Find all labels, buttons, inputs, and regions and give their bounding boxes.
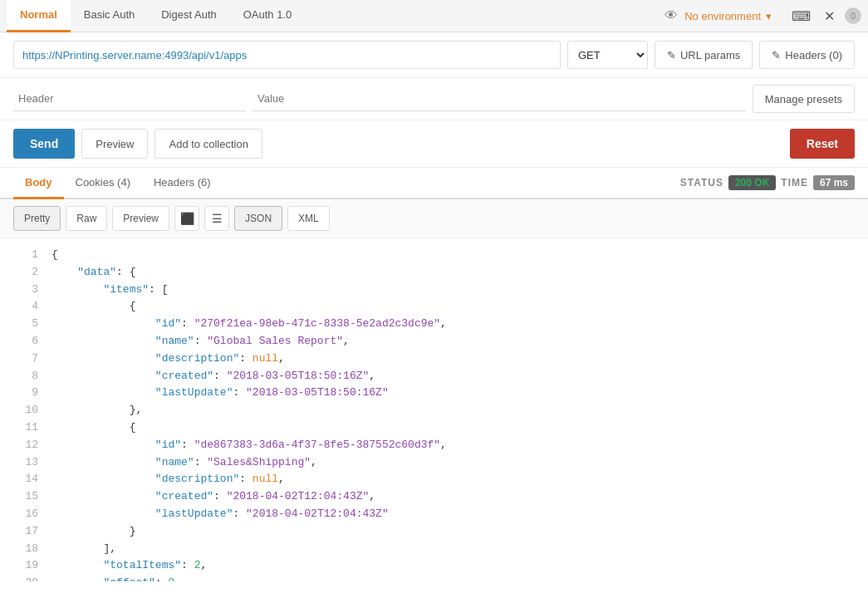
format-bar: Pretty Raw Preview ⬛ ☰ JSON XML — [0, 199, 868, 238]
status-label: STATUS — [680, 177, 723, 189]
json-line: 18 ], — [13, 541, 855, 558]
tab-cookies[interactable]: Cookies (4) — [64, 168, 142, 199]
json-line: 5 "id": "270f21ea-98eb-471c-8338-5e2ad2c… — [13, 316, 855, 333]
json-line: 1{ — [13, 247, 855, 264]
env-label: No environment — [684, 10, 761, 22]
preview-format-button[interactable]: Preview — [112, 206, 169, 231]
json-line: 2 "data": { — [13, 264, 855, 282]
settings-icon[interactable]: ✕ — [821, 7, 838, 26]
json-button[interactable]: JSON — [234, 206, 282, 231]
eye-icon: 👁 — [664, 8, 678, 23]
top-nav: Normal Basic Auth Digest Auth OAuth 1.0 … — [0, 0, 868, 32]
json-line: 6 "name": "Global Sales Report", — [13, 333, 855, 350]
json-line: 7 "description": null, — [13, 350, 855, 368]
keyboard-icon[interactable]: ⌨ — [788, 7, 814, 26]
response-tabs: Body Cookies (4) Headers (6) STATUS 200 … — [0, 168, 868, 199]
send-button[interactable]: Send — [13, 129, 75, 159]
json-viewer: 1{2 "data": {3 "items": [4 {5 "id": "270… — [0, 238, 868, 581]
time-badge: 67 ms — [813, 175, 855, 190]
tab-normal[interactable]: Normal — [7, 0, 71, 32]
url-input[interactable] — [13, 41, 561, 69]
xml-button[interactable]: XML — [287, 206, 330, 231]
tab-body[interactable]: Body — [13, 168, 64, 199]
time-label: TIME — [781, 177, 808, 189]
json-line: 14 "description": null, — [13, 471, 855, 488]
headers-button[interactable]: ✎ Headers (0) — [759, 41, 855, 69]
url-params-button[interactable]: ✎ URL params — [655, 41, 753, 69]
reset-button[interactable]: Reset — [790, 129, 855, 159]
indent-icon[interactable]: ☰ — [204, 206, 229, 231]
json-line: 13 "name": "Sales&Shipping", — [13, 454, 855, 472]
json-line: 11 { — [13, 419, 855, 437]
json-line: 17 } — [13, 523, 855, 541]
action-row: Send Preview Add to collection Reset — [0, 120, 868, 168]
header-value-row: Manage presets — [0, 78, 868, 120]
json-line: 15 "created": "2018-04-02T12:04:43Z", — [13, 488, 855, 506]
json-line: 4 { — [13, 298, 855, 316]
header-input[interactable] — [13, 86, 246, 111]
status-badges: STATUS 200 OK TIME 67 ms — [680, 175, 855, 190]
pretty-button[interactable]: Pretty — [13, 206, 61, 231]
tab-basic-auth[interactable]: Basic Auth — [71, 0, 148, 32]
edit-icon: ✎ — [667, 49, 676, 61]
notification-badge: 0 — [845, 7, 861, 24]
chevron-down-icon: ▾ — [766, 10, 772, 22]
value-input[interactable] — [253, 86, 746, 111]
status-badge: 200 OK — [728, 175, 776, 190]
tab-oauth[interactable]: OAuth 1.0 — [230, 0, 306, 32]
copy-icon[interactable]: ⬛ — [174, 206, 199, 231]
json-line: 10 }, — [13, 402, 855, 419]
json-line: 20 "offset": 0, — [13, 575, 855, 581]
method-select[interactable]: GET POST PUT DELETE PATCH HEAD OPTIONS — [567, 41, 648, 69]
json-line: 9 "lastUpdate": "2018-03-05T18:50:16Z" — [13, 385, 855, 402]
preview-button[interactable]: Preview — [81, 129, 148, 159]
url-bar: GET POST PUT DELETE PATCH HEAD OPTIONS ✎… — [0, 32, 868, 78]
json-line: 19 "totalItems": 2, — [13, 557, 855, 575]
raw-button[interactable]: Raw — [66, 206, 107, 231]
tab-digest-auth[interactable]: Digest Auth — [148, 0, 230, 32]
json-line: 8 "created": "2018-03-05T18:50:16Z", — [13, 368, 855, 385]
json-line: 16 "lastUpdate": "2018-04-02T12:04:43Z" — [13, 506, 855, 523]
tab-headers[interactable]: Headers (6) — [142, 168, 223, 199]
top-nav-icons: ⌨ ✕ 0 — [788, 7, 861, 26]
edit-icon-2: ✎ — [772, 49, 781, 61]
add-to-collection-button[interactable]: Add to collection — [154, 129, 262, 159]
env-selector[interactable]: No environment ▾ — [678, 7, 778, 26]
json-line: 12 "id": "de867383-3d6a-4f37-8fe5-387552… — [13, 437, 855, 454]
json-line: 3 "items": [ — [13, 282, 855, 299]
manage-presets-button[interactable]: Manage presets — [753, 85, 855, 113]
